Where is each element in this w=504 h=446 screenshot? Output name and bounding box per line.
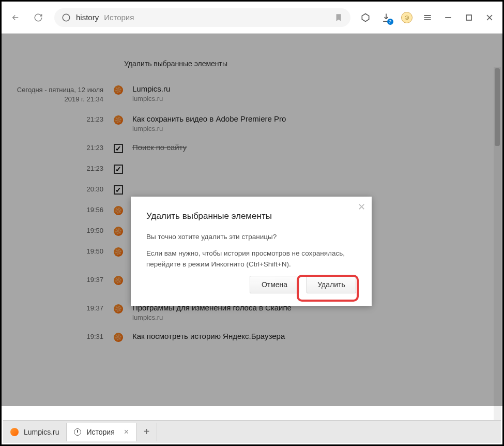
new-tab-button[interactable]: +: [136, 423, 157, 441]
svg-point-0: [63, 14, 70, 21]
tab-close-icon[interactable]: ×: [124, 427, 129, 437]
browser-toolbar: historyИстория 2 ☺: [2, 2, 502, 34]
yandex-services-icon[interactable]: [360, 12, 371, 23]
downloads-badge: 2: [387, 19, 393, 25]
confirm-delete-modal: ✕ Удалить выбранные элементы Вы точно хо…: [131, 197, 372, 306]
site-info-icon: [62, 13, 71, 22]
profile-avatar[interactable]: ☺: [401, 12, 413, 23]
svg-rect-1: [466, 15, 471, 20]
downloads-icon[interactable]: 2: [380, 12, 392, 23]
bookmark-icon[interactable]: [334, 13, 343, 22]
address-text: historyИстория: [76, 13, 134, 22]
modal-title: Удалить выбранные элементы: [146, 211, 356, 221]
back-button[interactable]: [9, 11, 22, 24]
maximize-button[interactable]: [463, 12, 475, 23]
address-bar[interactable]: historyИстория: [54, 8, 350, 27]
close-window-button[interactable]: [484, 12, 495, 23]
tab-lumpics[interactable]: Lumpics.ru: [3, 423, 67, 441]
delete-button[interactable]: Удалить: [307, 276, 356, 293]
modal-confirm-text: Вы точно хотите удалить эти страницы?: [146, 232, 356, 242]
cancel-button[interactable]: Отмена: [250, 276, 299, 293]
minimize-button[interactable]: [442, 12, 454, 23]
tab-bar: Lumpics.ru История × +: [3, 420, 501, 443]
tab-label: История: [86, 428, 114, 436]
reload-button[interactable]: [32, 11, 45, 24]
tab-label: Lumpics.ru: [24, 428, 59, 436]
modal-close-icon[interactable]: ✕: [356, 202, 366, 212]
menu-icon[interactable]: [422, 12, 433, 23]
lumpics-favicon-icon: [10, 428, 19, 436]
history-icon: [74, 428, 81, 436]
tab-history[interactable]: История ×: [67, 423, 136, 441]
modal-incognito-text: Если вам нужно, чтобы история просмотров…: [146, 248, 356, 270]
